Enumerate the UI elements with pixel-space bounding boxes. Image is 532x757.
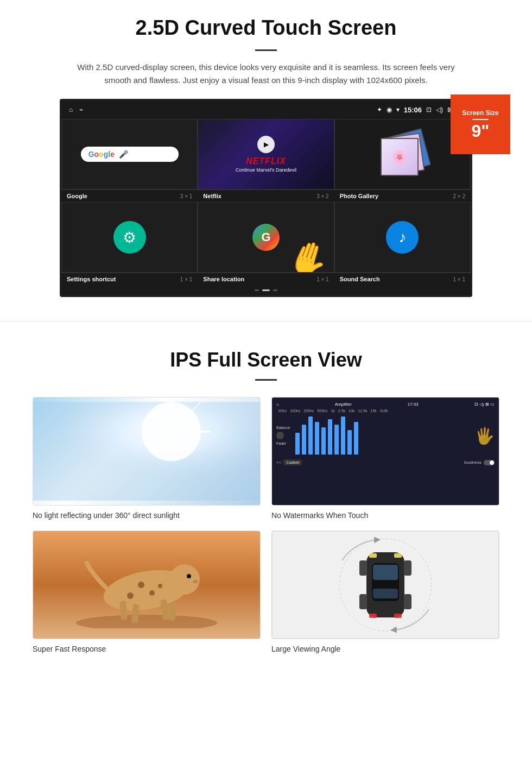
photo-gallery-app-cell[interactable]: 🌸: [334, 119, 471, 190]
amp-bar-1[interactable]: [295, 433, 300, 455]
settings-app-name: Settings shortcut: [67, 276, 116, 282]
section-divider: [0, 321, 532, 321]
section1-divider: [255, 49, 277, 51]
volume-icon: ◁): [436, 106, 443, 113]
svg-rect-26: [369, 614, 377, 618]
hand-touch-icon: 🖐: [474, 426, 495, 445]
photogallery-app-size: 2 × 2: [453, 193, 465, 199]
svg-rect-28: [359, 560, 367, 576]
maps-g-letter: G: [261, 230, 270, 244]
settings-label-row: Settings shortcut 1 × 1: [61, 273, 198, 285]
amp-bar-6[interactable]: [328, 419, 332, 455]
svg-rect-27: [394, 614, 402, 618]
sound-label-row: Sound Search 1 × 1: [334, 273, 471, 285]
status-time: 15:06: [404, 106, 422, 114]
badge-size: 9": [472, 122, 490, 140]
share-app-size: 1 × 1: [316, 276, 329, 282]
section-curved-screen: 2.5D Curved Touch Screen With 2.5D curve…: [0, 0, 532, 310]
car-svg: [326, 533, 445, 636]
page-dots: [61, 285, 471, 295]
amp-bar-8[interactable]: [341, 417, 345, 455]
photogallery-app-name: Photo Gallery: [340, 193, 379, 199]
netflix-logo: NETFLIX: [236, 156, 296, 166]
svg-rect-25: [394, 553, 402, 558]
svg-rect-24: [369, 553, 377, 558]
camera-icon: ⊡: [426, 106, 432, 113]
amp-header: ⌂ Amplifier 17:33 ⊡ ◁) ⊠ ▭: [276, 402, 495, 407]
amp-bar-4[interactable]: [315, 422, 319, 455]
app-grid-top: Google 🎤 NETFLIX Continue Marvel's Dared…: [61, 119, 471, 190]
cheetah-image: [33, 531, 261, 639]
car-label: Large Viewing Angle: [271, 645, 499, 653]
usb-icon: ⌁: [79, 106, 83, 113]
amp-footer: << Custom loudness: [276, 459, 495, 465]
feature-sunlight: No light reflecting under 360° direct su…: [33, 397, 261, 520]
amp-bar-2[interactable]: [302, 425, 306, 455]
google-app-size: 3 × 1: [180, 193, 193, 199]
svg-point-9: [149, 590, 155, 596]
settings-app-size: 1 × 1: [180, 276, 193, 282]
mic-icon[interactable]: 🎤: [119, 150, 128, 159]
netflix-app-cell[interactable]: NETFLIX Continue Marvel's Daredevil: [198, 119, 334, 190]
amp-balance-text: Balance: [276, 426, 293, 430]
feature-amplifier: ⌂ Amplifier 17:33 ⊡ ◁) ⊠ ▭ 60hz100hz200h…: [271, 397, 499, 520]
amp-bar-10[interactable]: [354, 422, 358, 455]
amp-time: 17:33: [408, 402, 419, 407]
amp-eq-bars: [293, 417, 474, 455]
app-labels-top: Google 3 × 1 Netflix 3 × 2 Photo Gallery…: [61, 190, 471, 202]
sound-search-app-cell[interactable]: ♪: [334, 202, 471, 273]
amplifier-image: ⌂ Amplifier 17:33 ⊡ ◁) ⊠ ▭ 60hz100hz200h…: [271, 397, 499, 506]
svg-point-10: [127, 592, 134, 599]
google-app-cell[interactable]: Google 🎤: [61, 119, 198, 190]
feature-car: Large Viewing Angle: [271, 531, 499, 653]
amp-nav-prev[interactable]: <<: [276, 460, 281, 465]
sunlight-svg: [33, 398, 260, 505]
bluetooth-icon: ✦: [377, 106, 382, 113]
home-icon[interactable]: ⌂: [69, 106, 73, 113]
car-image: [271, 531, 499, 639]
svg-point-11: [158, 584, 162, 588]
sunlight-image: [33, 397, 261, 506]
amp-bar-5[interactable]: [321, 427, 326, 455]
sound-app-size: 1 × 1: [453, 276, 465, 282]
section2-title: IPS Full Screen View: [33, 349, 499, 371]
music-note-icon: ♪: [398, 229, 406, 246]
screen-size-badge: Screen Size 9": [451, 94, 510, 154]
amp-loudness-toggle[interactable]: [484, 460, 495, 465]
amp-bar-9[interactable]: [347, 430, 352, 455]
cheetah-svg: [65, 541, 228, 628]
amp-bar-7[interactable]: [334, 425, 339, 455]
amp-custom-button[interactable]: Custom: [283, 459, 302, 465]
cheetah-visual: [33, 531, 260, 639]
section1-title: 2.5D Curved Touch Screen: [33, 16, 499, 40]
page-dot-3: [273, 289, 277, 291]
amp-bar-3[interactable]: [308, 417, 313, 455]
sunlight-label: No light reflecting under 360° direct su…: [33, 511, 261, 520]
netflix-play-button[interactable]: [257, 136, 275, 153]
google-app-name: Google: [67, 193, 87, 199]
gear-icon: ⚙: [123, 229, 136, 247]
share-app-name: Share location: [203, 276, 244, 282]
share-content: G: [252, 224, 280, 251]
amp-balance-knob[interactable]: [276, 432, 284, 439]
amp-freq-labels: 60hz100hz200hz500hz1k2.5k10k12.5k15kSUB: [276, 409, 495, 414]
share-label-row: Share location 1 × 1: [198, 273, 334, 285]
svg-point-17: [188, 575, 190, 577]
screen-mockup-wrapper: Screen Size 9" ⌂ ⌁ ✦ ◉ ▾ 15:06 ⊡: [60, 99, 472, 297]
svg-rect-30: [359, 594, 367, 609]
feature-cheetah: Super Fast Response: [33, 531, 261, 653]
amplifier-label: No Watermarks When Touch: [271, 511, 499, 520]
netflix-app-name: Netflix: [203, 193, 221, 199]
amp-home-icon: ⌂: [276, 402, 279, 407]
amplifier-visual: ⌂ Amplifier 17:33 ⊡ ◁) ⊠ ▭ 60hz100hz200h…: [272, 398, 499, 505]
screen-frame: ⌂ ⌁ ✦ ◉ ▾ 15:06 ⊡ ◁) ⊠ ▭: [60, 99, 472, 297]
photo-stack: 🌸: [378, 130, 427, 179]
wifi-icon: ▾: [396, 106, 400, 113]
settings-icon-circle: ⚙: [113, 221, 146, 254]
share-location-app-cell[interactable]: G 🤚: [198, 202, 334, 273]
app-labels-bottom: Settings shortcut 1 × 1 Share location 1…: [61, 273, 471, 285]
sunlight-visual: [33, 398, 260, 505]
amp-loudness-label: loudness: [464, 460, 482, 465]
google-search-bar[interactable]: Google 🎤: [81, 147, 179, 162]
settings-app-cell[interactable]: ⚙: [61, 202, 198, 273]
